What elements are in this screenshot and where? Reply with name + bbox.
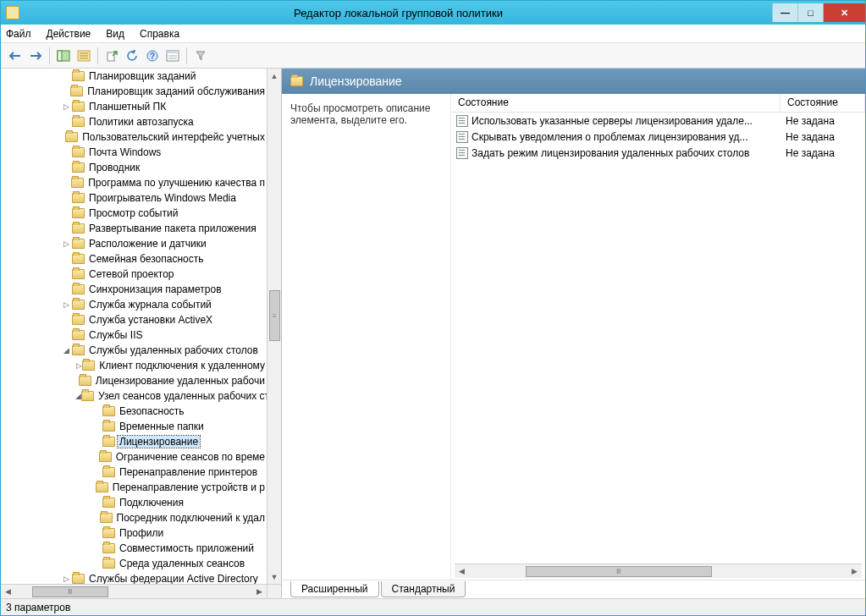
tree-item[interactable]: Служба установки ActiveX [1,312,267,327]
properties-button[interactable] [74,47,93,65]
scroll-thumb[interactable]: ≡ [269,290,280,341]
column-header-name[interactable]: Состояние [451,94,781,112]
help-button[interactable]: ? [143,47,162,65]
column-header-state[interactable]: Состояние [781,94,865,112]
menu-view[interactable]: Вид [106,28,124,40]
refresh-button[interactable] [123,47,141,65]
menu-file[interactable]: Файл [6,28,31,40]
tree-item[interactable]: Перенаправление устройств и р [1,480,267,495]
tab-extended[interactable]: Расширенный [290,581,379,597]
tree-item[interactable]: Синхронизация параметров [1,282,267,297]
scroll-up-icon[interactable]: ▲ [268,69,281,83]
main-content: Планировщик заданийПланировщик заданий о… [1,69,865,598]
forward-icon [29,51,42,61]
tree-item[interactable]: Подключения [1,495,267,510]
folder-icon [102,437,115,447]
folder-icon [99,452,112,462]
tree-item[interactable]: Службы IIS [1,327,267,343]
tree-item[interactable]: ▷Службы федерации Active Directory [1,571,267,584]
expander-icon[interactable]: ◢ [75,392,81,400]
setting-state: Не задана [781,147,865,159]
filter-button[interactable] [191,47,210,65]
details-button[interactable] [163,47,182,65]
expander-icon[interactable]: ◢ [60,346,72,355]
tree-item[interactable]: ▷Расположение и датчики [1,236,267,251]
list-horizontal-scrollbar[interactable]: ◀ Ⅲ ▶ [455,564,862,578]
expander-icon[interactable]: ▷ [60,102,72,111]
scroll-track[interactable]: Ⅲ [469,565,847,578]
folder-icon [102,406,115,416]
close-button[interactable]: ✕ [823,3,865,22]
tree-item-label: Ограничение сеансов по време [114,451,267,463]
expander-icon[interactable]: ▷ [60,575,72,583]
separator [97,47,98,64]
svg-rect-1 [58,51,62,61]
scroll-down-icon[interactable]: ▼ [268,569,281,584]
expander-icon[interactable]: ▷ [60,239,72,248]
back-button[interactable] [6,47,25,65]
tree-item[interactable]: Проводник [1,160,267,175]
folder-icon [72,330,85,340]
tree-item[interactable]: ▷Клиент подключения к удаленному [1,358,267,373]
tree-item[interactable]: Безопасность [1,404,267,419]
scroll-thumb[interactable]: Ⅲ [526,566,712,577]
tree-item[interactable]: ◢Службы удаленных рабочих столов [1,343,267,358]
maximize-button[interactable]: □ [797,3,823,22]
setting-state: Не задана [781,115,865,127]
tree-item[interactable]: Планировщик заданий [1,69,267,84]
tree-item[interactable]: Пользовательский интерфейс учетных [1,129,267,145]
tree-item[interactable]: Программа по улучшению качества п [1,175,267,190]
tree-item[interactable]: Планировщик заданий обслуживания [1,84,267,99]
tree-item-label: Политики автозапуска [87,116,196,128]
tree-item[interactable]: Сетевой проектор [1,267,267,282]
tree-item[interactable]: ▷Служба журнала событий [1,297,267,312]
scroll-right-icon[interactable]: ▶ [252,586,267,598]
tree-item[interactable]: Среда удаленных сеансов [1,556,267,571]
menu-help[interactable]: Справка [140,28,179,40]
expander-icon[interactable]: ▷ [75,361,82,370]
tree-item[interactable]: Ограничение сеансов по време [1,449,267,465]
tree-item[interactable]: ◢Узел сеансов удаленных рабочих ст [1,388,267,404]
tree-item[interactable]: Политики автозапуска [1,114,267,129]
tree-item[interactable]: Перенаправление принтеров [1,465,267,480]
scroll-right-icon[interactable]: ▶ [847,565,862,578]
menubar: Файл Действие Вид Справка [1,25,865,43]
tree-item[interactable]: Посредник подключений к удал [1,510,267,525]
forward-button[interactable] [26,47,45,65]
folder-icon [102,498,115,508]
folder-icon [102,467,115,477]
tree-item[interactable]: Почта Windows [1,145,267,160]
setting-row[interactable]: Задать режим лицензирования удаленных ра… [451,145,865,161]
scroll-track[interactable]: ≡ [268,83,281,569]
minimize-button[interactable]: — [772,3,797,22]
tree-item[interactable]: Профили [1,525,267,541]
menu-action[interactable]: Действие [47,28,91,40]
tree-item[interactable]: Проигрыватель Windows Media [1,190,267,206]
expander-icon[interactable]: ▷ [60,300,72,309]
tree-item-label: Перенаправление устройств и р [111,481,267,493]
setting-row[interactable]: Использовать указанные серверы лицензиро… [451,113,865,129]
tree-pane: Планировщик заданийПланировщик заданий о… [1,69,282,598]
tree-item[interactable]: ▷Планшетный ПК [1,99,267,114]
tree-item[interactable]: Лицензирование удаленных рабочи [1,373,267,388]
tree-item[interactable]: Семейная безопасность [1,251,267,267]
tree-item[interactable]: Просмотр событий [1,206,267,221]
tab-standard[interactable]: Стандартный [381,581,466,597]
tree-item[interactable]: Совместимость приложений [1,541,267,556]
tree-item-label: Планировщик заданий обслуживания [85,85,267,97]
tree-horizontal-scrollbar[interactable]: ◀ Ⅲ ▶ [1,584,267,598]
tree-item[interactable]: Развертывание пакета приложения [1,221,267,236]
scroll-thumb[interactable]: Ⅲ [32,586,108,597]
tree-item-label: Перенаправление принтеров [118,466,259,478]
setting-row[interactable]: Скрывать уведомления о проблемах лицензи… [451,129,865,145]
folder-icon [81,391,94,401]
export-button[interactable] [102,47,121,65]
tree-item[interactable]: Временные папки [1,419,267,434]
details-icon [166,50,179,62]
show-hide-tree-button[interactable] [54,47,73,65]
tree-item[interactable]: Лицензирование [1,434,267,449]
folder-icon [96,482,108,492]
tree-vertical-scrollbar[interactable]: ▲ ≡ ▼ [267,69,281,584]
scroll-left-icon[interactable]: ◀ [1,586,15,598]
scroll-left-icon[interactable]: ◀ [455,565,469,578]
